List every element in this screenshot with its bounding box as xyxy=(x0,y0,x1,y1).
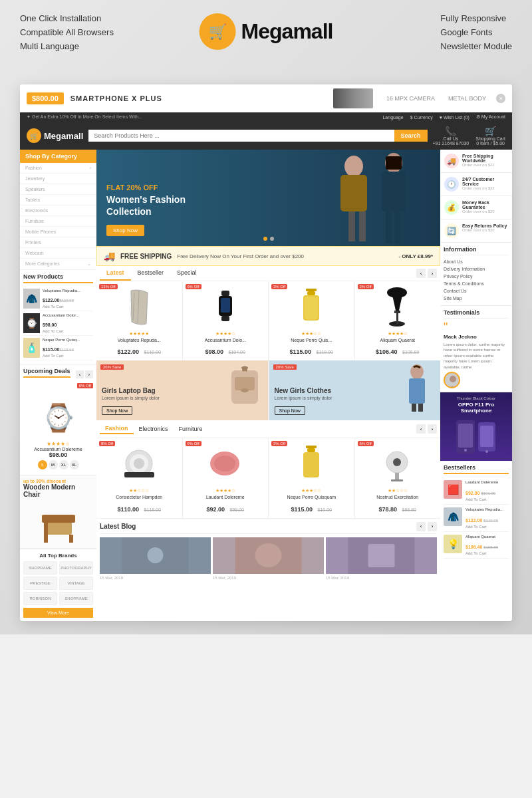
tab-latest[interactable]: Latest xyxy=(100,266,131,281)
upcoming-deals-panel: Upcoming Deals ‹ › 6% Off ⌚ ★★★★☆ xyxy=(20,364,96,475)
brand-photography: PHOTOGRAPHY xyxy=(59,561,93,575)
shipping-truck-icon: 🚚 xyxy=(104,251,115,261)
phone-action: 📞 Call Us +91 21648 87030 xyxy=(433,126,469,146)
upcoming-next-btn[interactable]: › xyxy=(85,370,93,378)
cat-badge-1: 8% Off xyxy=(99,441,115,446)
np-info-2: Accusantium Dolor... $98.00 Add To Cart xyxy=(43,313,79,333)
category-tablets[interactable]: Tablets xyxy=(20,195,96,205)
quote-icon: " xyxy=(444,321,448,334)
cat-stars-2: ★★★★☆ xyxy=(187,488,265,493)
hero-dot-1[interactable] xyxy=(263,237,267,241)
info-about[interactable]: About Us xyxy=(444,258,509,265)
size-xl-1[interactable]: XL xyxy=(59,460,68,469)
info-privacy[interactable]: Privacy Policy xyxy=(444,273,509,280)
shipping-price: - ONLY £8.99* xyxy=(398,253,433,259)
currency-selector[interactable]: $ Currency xyxy=(410,115,433,120)
hero-shop-btn[interactable]: Shop Now xyxy=(106,225,144,236)
svg-rect-47 xyxy=(391,479,403,481)
search-input[interactable] xyxy=(88,130,394,142)
svg-rect-0 xyxy=(45,521,72,535)
size-xl-2[interactable]: XL xyxy=(70,460,79,469)
blog-section: Latest Blog ‹ › xyxy=(96,518,440,583)
cart-icon: 🛒 xyxy=(485,126,496,136)
cat-tabs-next-btn[interactable]: › xyxy=(428,424,437,434)
cart-action[interactable]: 🛒 Shopping Cart 0 Item / $5.00 xyxy=(475,126,505,146)
promo-banner-girls-clothes: 20% Save New Girls xyxy=(269,360,441,420)
blog-item-2: 15 Mar, 2019 xyxy=(213,537,324,580)
cat-name-2: Laudant Dolereme xyxy=(187,495,265,500)
site-logo[interactable]: 🛒 Megamall xyxy=(27,128,83,143)
cat-img-2 xyxy=(187,442,265,485)
promo-banner-text-1: Girls Laptop Bag Lorem ipsum is simply d… xyxy=(102,387,160,415)
upcoming-prev-btn[interactable]: ‹ xyxy=(76,370,84,378)
promo-banner-btn-1[interactable]: Shop Now xyxy=(102,406,132,415)
site-logo-text: Megamall xyxy=(44,131,83,141)
center-content: FLAT 20% OFF Women's FashionCollection S… xyxy=(96,150,440,621)
blog-next-btn[interactable]: › xyxy=(428,522,437,531)
testimonials-heading: Testimonials xyxy=(444,309,509,319)
category-webcam[interactable]: Webcam xyxy=(20,248,96,259)
bestseller-info-2: Voluptates Repudia... $122.00$110.00 Add… xyxy=(466,507,503,529)
category-electronics[interactable]: Electronics xyxy=(20,205,96,216)
feature-browsers: Compatible All Browsers xyxy=(20,27,114,37)
wishlist-link[interactable]: ♥ Wish List (0) xyxy=(440,115,469,120)
category-fashion[interactable]: Fashion› xyxy=(20,163,96,174)
tabs-prev-btn[interactable]: ‹ xyxy=(416,269,426,278)
category-jewellery[interactable]: Jewellery xyxy=(20,174,96,184)
info-terms[interactable]: Terms & Conditions xyxy=(444,280,509,287)
svg-rect-14 xyxy=(386,156,402,170)
product-img-2 xyxy=(187,285,265,329)
product-badge-2: 6% Off xyxy=(186,284,201,289)
cat-tab-fashion[interactable]: Fashion xyxy=(100,424,134,434)
service-shipping-text: Free Shipping Worldwide Order over on $2… xyxy=(462,154,508,167)
info-delivery[interactable]: Delivery Information xyxy=(444,265,509,273)
cat-stars-3: ★★★☆☆ xyxy=(273,488,350,493)
blog-prev-btn[interactable]: ‹ xyxy=(416,522,426,531)
product-name-3: Neque Porro Quis... xyxy=(273,338,350,343)
feature-one-click: One Click Installation xyxy=(20,13,114,23)
cat-tabs-prev-btn[interactable]: ‹ xyxy=(416,424,426,434)
blog-nav: ‹ › xyxy=(416,522,437,531)
brand-prestige: PRESTIGE xyxy=(23,577,57,590)
info-sitemap[interactable]: Site Map xyxy=(444,295,509,302)
size-m[interactable]: M xyxy=(49,460,58,469)
tabs-next-btn[interactable]: › xyxy=(428,269,437,278)
tab-special[interactable]: Special xyxy=(170,266,203,281)
svg-rect-18 xyxy=(221,316,229,321)
promo-save-2: 20% Save xyxy=(273,364,297,370)
main-layout: Shop By Category Fashion› Jewellery Spea… xyxy=(20,150,512,621)
tab-bestseller[interactable]: Bestseller xyxy=(131,266,171,281)
svg-rect-15 xyxy=(221,291,229,296)
svg-point-36 xyxy=(134,458,144,469)
search-button[interactable]: Search xyxy=(394,130,428,142)
chair-title: Wooden Modern Chair xyxy=(23,483,93,498)
cat-price-2: $92.00 $99.00 xyxy=(187,502,265,514)
cat-tab-electronics[interactable]: Electronics xyxy=(134,424,174,434)
upcoming-name: Accusantium Dolereme xyxy=(25,447,91,452)
upcoming-badge: 6% Off xyxy=(77,383,93,388)
hero-dot-2[interactable] xyxy=(270,237,274,241)
category-furniture[interactable]: Furniture xyxy=(20,216,96,227)
category-mobile[interactable]: Mobile Phones xyxy=(20,227,96,237)
shipping-text: Free Delivery Now On Your First Order an… xyxy=(177,253,304,259)
phone-label: Call Us xyxy=(444,136,459,141)
info-contact[interactable]: Contact Us xyxy=(444,287,509,295)
promo-banner-btn-2[interactable]: Shop Now xyxy=(275,406,305,415)
site-logo-icon: 🛒 xyxy=(27,128,41,143)
category-speakers[interactable]: Speakers xyxy=(20,184,96,195)
brands-view-more-btn[interactable]: View More xyxy=(23,608,93,618)
category-printers[interactable]: Printers xyxy=(20,237,96,248)
product-card-4: 2% Off ★★★★☆ Aliquam Quaerat xyxy=(355,281,441,360)
language-selector[interactable]: Language xyxy=(382,115,403,120)
shipping-bar: 🚚 FREE SHIPPING Free Delivery Now On You… xyxy=(96,246,440,266)
cat-name-4: Nostrud Exercitation xyxy=(359,495,437,500)
product-price-2: $98.00 $104.00 xyxy=(187,344,265,356)
cat-tab-furniture[interactable]: Furniture xyxy=(174,424,208,434)
cat-product-3: 3% Off ★★★☆☆ Neque Porro Quisquam $115.0… xyxy=(269,438,354,517)
account-link[interactable]: ⚙ My Account xyxy=(476,114,505,120)
promo-close-btn[interactable]: ✕ xyxy=(496,94,505,103)
category-more[interactable]: More Categories⌄ xyxy=(20,259,96,270)
size-s[interactable]: S xyxy=(38,460,47,469)
features-right: Fully Responsive Google Fonts Newsletter… xyxy=(440,13,512,51)
promo-bar: $800.00 SMARTPHONE X PLUS 16 MPX CAMERA … xyxy=(20,84,512,112)
